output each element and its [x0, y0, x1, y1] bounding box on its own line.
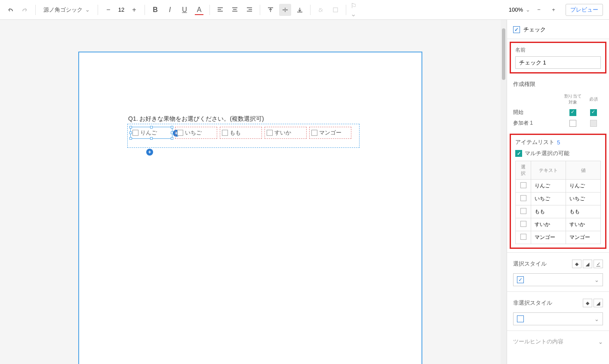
multi-select-checkbox[interactable] [515, 150, 522, 157]
chevron-down-icon: ⌄ [594, 316, 599, 322]
checkbox-item[interactable]: りんご + [130, 127, 172, 139]
border-style-button[interactable]: ◢ [594, 299, 603, 307]
checkbox-item[interactable]: すいか [265, 127, 307, 139]
tooltip-label: ツールヒントの内容 [513, 338, 563, 346]
item-list-highlight: アイテムリスト 5 マルチ選択の可能 選択 テキスト 値 りんごりんご いちごい… [510, 134, 606, 249]
chevron-down-icon: ⌄ [594, 277, 599, 283]
chevron-down-icon: ⌄ [85, 6, 90, 13]
checkbox-label: りんご [140, 129, 157, 137]
perm-assign-checkbox[interactable] [569, 120, 576, 127]
checkbox-icon [132, 130, 138, 136]
font-family-value: 源ノ角ゴシック [43, 6, 83, 14]
name-section-highlight: 名前 [510, 42, 606, 73]
perm-row-label: 開始 [513, 109, 562, 116]
italic-button[interactable]: I [164, 4, 176, 16]
question-text: Q1. お好きな果物をお選びください。(複数選択可) [128, 115, 264, 123]
flag-button[interactable]: ⚐ ⌄ [351, 4, 363, 16]
table-header-value: 値 [566, 161, 601, 180]
row-checkbox[interactable] [520, 221, 526, 227]
svg-rect-0 [333, 8, 338, 12]
multi-select-label: マルチ選択の可能 [525, 150, 569, 157]
canvas-area[interactable]: Q1. お好きな果物をお選びください。(複数選択可) りんご + いちご もも [0, 20, 501, 364]
zoom-out-button[interactable]: − [533, 4, 545, 16]
valign-middle-button[interactable] [279, 4, 291, 16]
align-left-button[interactable] [214, 4, 226, 16]
checkbox-icon [311, 130, 317, 136]
perm-col-assign: 割り当て 対象 [563, 93, 582, 105]
chevron-down-icon: ⌄ [598, 339, 603, 345]
properties-panel: チェック 名前 作成権限 割り当て 対象 必須 開始 参加者 1 アイテムリスト [507, 20, 609, 364]
perm-required-checkbox[interactable] [590, 109, 597, 116]
name-label: 名前 [515, 46, 601, 54]
item-list-table: 選択 テキスト 値 りんごりんご いちごいちご もももも すいかすいか マンゴー… [515, 161, 601, 244]
fill-color-button[interactable] [315, 4, 327, 16]
border-style-button[interactable]: ◢ [583, 260, 592, 268]
checkbox-icon [177, 130, 183, 136]
name-input[interactable] [515, 56, 601, 69]
font-size-increase[interactable]: + [128, 4, 140, 16]
add-below-button[interactable]: + [146, 149, 153, 156]
zoom-in-button[interactable]: + [547, 4, 560, 16]
valign-bottom-button[interactable] [294, 4, 306, 16]
font-size-value: 12 [117, 6, 126, 13]
checkbox-icon [267, 130, 273, 136]
item-list-count: 5 [557, 139, 560, 146]
permissions-heading: 作成権限 [513, 80, 603, 88]
perm-required-checkbox [590, 120, 597, 127]
underline-button[interactable]: U [178, 4, 191, 16]
font-family-select[interactable]: 源ノ角ゴシック ⌄ [40, 5, 93, 15]
checkbox-item[interactable]: もも [220, 127, 262, 139]
row-checkbox[interactable] [520, 208, 526, 214]
table-header-text: テキスト [531, 161, 566, 180]
redo-button[interactable] [19, 4, 31, 16]
document-page[interactable]: Q1. お好きな果物をお選びください。(複数選択可) りんご + いちご もも [78, 52, 422, 364]
unselected-style-select[interactable]: ⌄ [513, 312, 603, 325]
checkbox-group[interactable]: りんご + いちご もも すいか [127, 124, 360, 148]
align-right-button[interactable] [243, 4, 255, 16]
checkbox-label: すいか [274, 129, 291, 137]
row-checkbox[interactable] [520, 182, 526, 188]
checkbox-label: もも [230, 129, 241, 137]
checkbox-icon [222, 130, 228, 136]
checkbox-item[interactable]: マンゴー [309, 127, 351, 139]
unselected-style-label: 非選択スタイル [513, 299, 552, 307]
align-center-button[interactable] [229, 4, 241, 16]
vertical-scrollbar[interactable] [501, 20, 507, 364]
selected-style-label: 選択スタイル [513, 260, 547, 268]
checkbox-label: いちご [185, 129, 202, 137]
component-type-label: チェック [523, 26, 546, 34]
item-list-label: アイテムリスト [515, 138, 554, 146]
check-style-button[interactable]: ✓ [594, 260, 603, 268]
table-row[interactable]: もももも [516, 205, 601, 218]
zoom-value[interactable]: 100% [509, 6, 523, 13]
fill-style-button[interactable]: ◆ [583, 299, 592, 307]
component-check-icon [513, 26, 520, 33]
toolbar: 源ノ角ゴシック ⌄ − 12 + B I U A ⚐ ⌄ 100%⌄ − + プ… [0, 0, 609, 20]
font-color-button[interactable]: A [193, 4, 205, 16]
table-row[interactable]: りんごりんご [516, 180, 601, 193]
style-preview-icon [517, 315, 524, 322]
perm-assign-checkbox[interactable] [569, 109, 576, 116]
table-row[interactable]: いちごいちご [516, 193, 601, 205]
row-checkbox[interactable] [520, 195, 526, 201]
checkbox-label: マンゴー [319, 129, 341, 137]
undo-button[interactable] [4, 4, 16, 16]
perm-row-label: 参加者 1 [513, 119, 562, 127]
valign-top-button[interactable] [265, 4, 277, 16]
border-button[interactable] [329, 4, 341, 16]
bold-button[interactable]: B [149, 4, 161, 16]
checkbox-item[interactable]: いちご [175, 127, 217, 139]
preview-button[interactable]: プレビュー [566, 4, 603, 16]
fill-style-button[interactable]: ◆ [572, 260, 581, 268]
style-preview-icon [517, 276, 524, 283]
font-size-decrease[interactable]: − [102, 4, 114, 16]
table-row[interactable]: すいかすいか [516, 218, 601, 231]
table-header-select: 選択 [516, 161, 531, 180]
selected-style-select[interactable]: ⌄ [513, 273, 603, 286]
perm-col-required: 必須 [584, 96, 603, 102]
row-checkbox[interactable] [520, 234, 526, 240]
table-row[interactable]: マンゴーマンゴー [516, 231, 601, 244]
